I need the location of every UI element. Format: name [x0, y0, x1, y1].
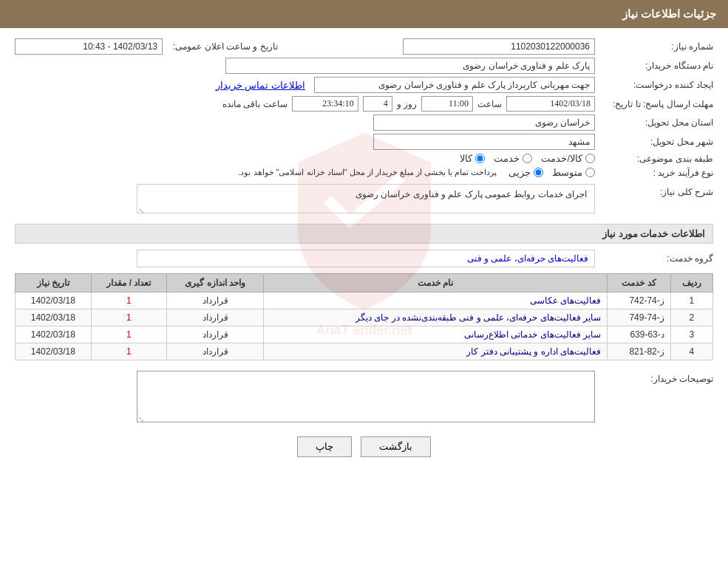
deadline-saat: 11:00 — [421, 96, 473, 112]
th-code: کد خدمت — [608, 274, 671, 292]
label-roz: روز و — [397, 99, 417, 109]
label-saat: ساعت — [477, 99, 502, 109]
page-header: جزئیات اطلاعات نیاز — [0, 0, 728, 28]
row-ejaad: ایجاد کننده درخواست: جهت مهربانی کاربردا… — [15, 77, 713, 93]
cell-vahed: قرارداد — [167, 326, 264, 343]
cell-name: فعالیت‌های اداره و پشتیبانی دفتر کار — [264, 343, 608, 360]
th-tedad: تعداد / مقدار — [91, 274, 167, 292]
row-shahr: شهر محل تحویل: مشهد — [15, 134, 713, 150]
cell-vahed: قرارداد — [167, 309, 264, 326]
label-sharh: شرح کلی نیاز: — [595, 184, 713, 197]
value-ostan: خراسان رضوی — [373, 114, 595, 131]
th-vahed: واحد اندازه گیری — [167, 274, 264, 292]
farayand-note: پرداخت تمام یا بخشی از مبلغ خریدار از مح… — [238, 168, 497, 177]
label-namDastgah: نام دستگاه خریدار: — [595, 61, 713, 71]
value-sharh: اجرای خدمات روابط عمومی پارک علم و فناور… — [137, 184, 595, 213]
label-tabaqebandi: طبقه بندی موضوعی: — [595, 154, 713, 164]
radio-kala[interactable] — [475, 154, 485, 163]
row-shomareNiaz: شماره نیاز: 1102030122000036 تاریخ و ساع… — [15, 38, 713, 55]
label-kala: کالا — [460, 153, 472, 164]
deadline-row: 1402/03/18 ساعت 11:00 روز و 4 23:34:10 س… — [222, 96, 595, 112]
label-shahr: شهر محل تحویل: — [595, 137, 713, 147]
radio-jozii-item: جزیی — [508, 167, 543, 178]
row-sharh: شرح کلی نیاز: اجرای خدمات روابط عمومی پا… — [15, 184, 713, 216]
value-tarikh: 1402/03/13 - 10:43 — [15, 38, 163, 55]
cell-name: فعالیت‌های عکاسی — [264, 292, 608, 309]
th-name: نام خدمت — [264, 274, 608, 292]
value-shahr: مشهد — [373, 134, 595, 150]
button-bar: بازگشت چاپ — [15, 436, 713, 457]
label-khedmat: خدمت — [494, 153, 520, 164]
cell-tedad: 1 — [91, 292, 167, 309]
table-header: ردیف کد خدمت نام خدمت واحد اندازه گیری ت… — [16, 274, 713, 292]
cell-radif: 3 — [670, 326, 712, 343]
row-tozihat: توصیحات خریدار: ⤡ — [15, 371, 713, 425]
cell-tarikh: 1402/03/18 — [16, 343, 92, 360]
cell-tedad: 1 — [91, 343, 167, 360]
cell-code: ز-82-821 — [608, 343, 671, 360]
label-mohlat: مهلت ارسال پاسخ: تا تاریخ: — [595, 99, 713, 109]
radio-jozii[interactable] — [534, 168, 543, 177]
cell-code: ز-74-749 — [608, 309, 671, 326]
row-goroh: گروه خدمت: فعالیت‌های حرفه‌ای، علمی و فن… — [15, 250, 713, 267]
cell-code: ز-74-742 — [608, 292, 671, 309]
row-tabaqebandi: طبقه بندی موضوعی: کالا/خدمت خدمت کالا — [15, 153, 713, 164]
cell-tedad: 1 — [91, 309, 167, 326]
chap-button[interactable]: چاپ — [297, 436, 352, 457]
table-row: 4 ز-82-821 فعالیت‌های اداره و پشتیبانی د… — [16, 343, 713, 360]
radio-khedmat[interactable] — [523, 154, 532, 163]
value-namDastgah: پارک علم و فناوری خراسان رضوی — [225, 58, 595, 74]
section-khadamat: اطلاعات خدمات مورد نیاز — [15, 224, 713, 244]
cell-code: د-63-639 — [608, 326, 671, 343]
cell-vahed: قرارداد — [167, 343, 264, 360]
label-jozii: جزیی — [508, 167, 531, 178]
deadline-baqi: 23:34:10 — [292, 96, 358, 112]
deadline-date: 1402/03/18 — [506, 96, 595, 112]
label-motavaset: متوسط — [552, 167, 582, 178]
cell-radif: 4 — [670, 343, 712, 360]
cell-name: سایر فعالیت‌های حرفه‌ای، علمی و فنی طبقه… — [264, 309, 608, 326]
radio-group-farayand: متوسط جزیی — [508, 167, 595, 178]
textarea-tozihat[interactable] — [137, 371, 595, 422]
label-tarikh: تاریخ و ساعت اعلان عمومی: — [169, 41, 278, 52]
row-namDastgah: نام دستگاه خریدار: پارک علم و فناوری خرا… — [15, 58, 713, 74]
row-ostan: استان محل تحویل: خراسان رضوی — [15, 114, 713, 131]
content-area: شماره نیاز: 1102030122000036 تاریخ و ساع… — [0, 28, 728, 475]
cell-tarikh: 1402/03/18 — [16, 309, 92, 326]
radio-kala-khedmat[interactable] — [585, 154, 595, 163]
value-ejaad: جهت مهربانی کاربرداز پارک علم و فناوری خ… — [314, 77, 595, 93]
bazgasht-button[interactable]: بازگشت — [361, 436, 431, 457]
cell-radif: 1 — [670, 292, 712, 309]
services-table: ردیف کد خدمت نام خدمت واحد اندازه گیری ت… — [15, 273, 713, 360]
radio-motavaset[interactable] — [585, 168, 595, 177]
cell-tarikh: 1402/03/18 — [16, 292, 92, 309]
row-mohlat: مهلت ارسال پاسخ: تا تاریخ: 1402/03/18 سا… — [15, 96, 713, 112]
cell-tarikh: 1402/03/18 — [16, 326, 92, 343]
resize-handle-2: ⤡ — [138, 415, 144, 423]
value-goroh: فعالیت‌های حرفه‌ای، علمی و فنی — [137, 250, 595, 267]
radio-motavaset-item: متوسط — [552, 167, 595, 178]
page-wrapper: AnaT ender.net جزئیات اطلاعات نیاز شماره… — [0, 0, 728, 579]
value-shomareNiaz: 1102030122000036 — [403, 38, 595, 55]
cell-name: سایر فعالیت‌های خدماتی اطلاع‌رسانی — [264, 326, 608, 343]
cell-radif: 2 — [670, 309, 712, 326]
radio-group-tabaqe: کالا/خدمت خدمت کالا — [460, 153, 595, 164]
th-tarikh: تاریخ نیاز — [16, 274, 92, 292]
resize-handle: ⤡ — [138, 207, 144, 215]
page-title: جزئیات اطلاعات نیاز — [622, 7, 716, 20]
label-goroh: گروه خدمت: — [595, 253, 713, 264]
label-tozihat: توصیحات خریدار: — [595, 371, 713, 384]
link-ettelaat-tamas[interactable]: اطلاعات تماس خریدار — [216, 80, 305, 91]
row-noefarayand: نوع فرآیند خرید : متوسط جزیی پرداخت تمام… — [15, 167, 713, 178]
deadline-roz: 4 — [363, 96, 392, 112]
cell-tedad: 1 — [91, 326, 167, 343]
table-row: 3 د-63-639 سایر فعالیت‌های خدماتی اطلاع‌… — [16, 326, 713, 343]
label-ejaad: ایجاد کننده درخواست: — [595, 80, 713, 90]
table-row: 1 ز-74-742 فعالیت‌های عکاسی قرارداد 1 14… — [16, 292, 713, 309]
label-baqi: ساعت باقی مانده — [222, 99, 288, 109]
label-ostan: استان محل تحویل: — [595, 117, 713, 128]
cell-vahed: قرارداد — [167, 292, 264, 309]
table-row: 2 ز-74-749 سایر فعالیت‌های حرفه‌ای، علمی… — [16, 309, 713, 326]
th-radif: ردیف — [670, 274, 712, 292]
table-body: 1 ز-74-742 فعالیت‌های عکاسی قرارداد 1 14… — [16, 292, 713, 360]
